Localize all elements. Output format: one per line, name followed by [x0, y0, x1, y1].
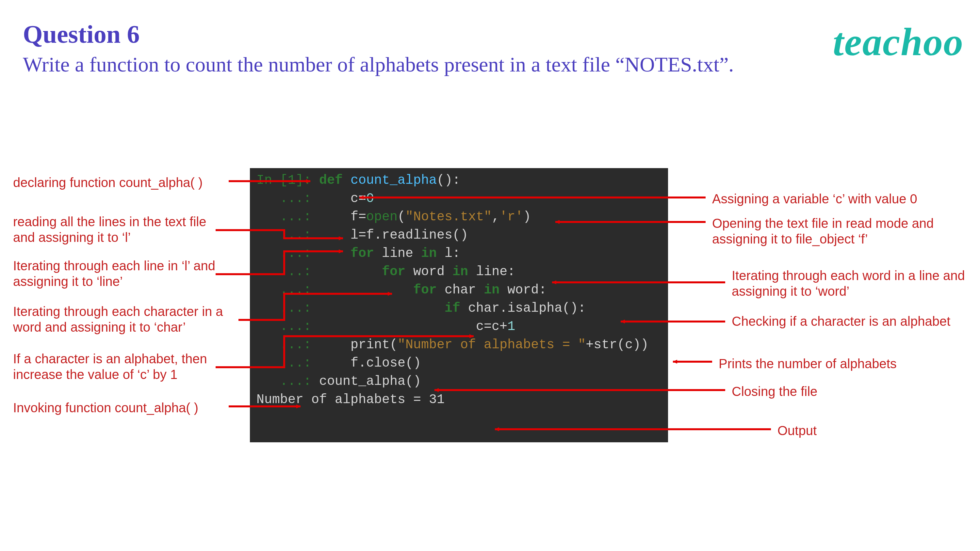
- code-line-2: ...: c=0: [256, 190, 662, 208]
- annotation-increment: If a character is an alphabet, then incr…: [13, 351, 242, 382]
- annotation-readlines: reading all the lines in the text file a…: [13, 214, 216, 245]
- code-line-5: ...: for line in l:: [256, 245, 662, 263]
- code-line-1: In [1]: def count_alpha():: [256, 171, 662, 190]
- teachoo-logo: teachoo: [833, 20, 964, 65]
- code-line-8: ...: if char.isalpha():: [256, 299, 662, 318]
- code-line-10: ...: print("Number of alphabets = "+str(…: [256, 336, 662, 354]
- annotation-iter-words: Iterating through each word in a line an…: [732, 268, 974, 299]
- code-line-4: ...: l=f.readlines(): [256, 226, 662, 245]
- code-line-7: ...: for char in word:: [256, 281, 662, 299]
- annotation-open-file: Opening the text file in read mode and a…: [712, 216, 974, 247]
- code-line-11: ...: f.close(): [256, 354, 662, 372]
- question-text: Write a function to count the number of …: [23, 52, 734, 77]
- page: Question 6 Write a function to count the…: [0, 0, 980, 551]
- annotation-assign-c: Assigning a variable ‘c’ with value 0: [712, 191, 917, 206]
- annotation-close: Closing the file: [732, 384, 817, 399]
- code-block: In [1]: def count_alpha(): ...: c=0 ...:…: [250, 168, 668, 442]
- annotation-print: Prints the number of alphabets: [719, 356, 897, 372]
- annotation-isalpha: Checking if a character is an alphabet: [732, 313, 974, 329]
- code-line-9: ...: c=c+1: [256, 318, 662, 336]
- annotation-output: Output: [778, 423, 817, 438]
- annotation-iter-lines: Iterating through each line in ‘l’ and a…: [13, 258, 216, 289]
- code-line-6: ...: for word in line:: [256, 263, 662, 281]
- question-number: Question 6: [23, 20, 140, 49]
- annotation-declaring-function: declaring function count_alpha( ): [13, 175, 202, 190]
- annotation-iter-chars: Iterating through each character in a wo…: [13, 303, 242, 335]
- code-output: Number of alphabets = 31: [256, 391, 662, 409]
- annotation-invoke: Invoking function count_alpha( ): [13, 400, 198, 416]
- code-line-3: ...: f=open("Notes.txt",'r'): [256, 208, 662, 226]
- code-line-12: ...: count_alpha(): [256, 372, 662, 391]
